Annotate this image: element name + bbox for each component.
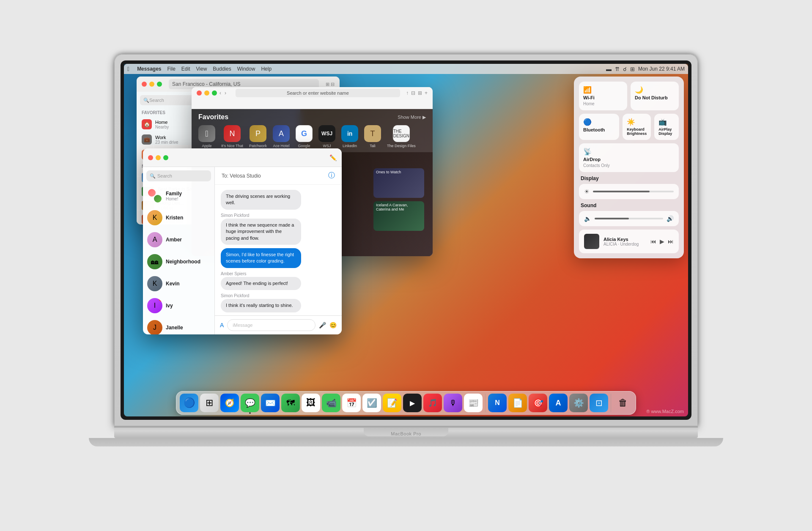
dock-finder[interactable]: 🔵	[180, 394, 198, 412]
fav-nice-that[interactable]: N It's Nice That	[221, 125, 243, 148]
contact-ivy-text: Ivy	[166, 303, 210, 309]
safari-video-thumb-2[interactable]: Iceland A Caravan, Caterina and Me	[373, 201, 424, 231]
safari-close-button[interactable]	[197, 90, 202, 96]
safari-sidebar-icon[interactable]: ⊟	[411, 90, 415, 96]
contact-neighborhood[interactable]: 🏘 Neighborhood	[143, 251, 214, 273]
menubar-buddies[interactable]: Buddies	[213, 66, 231, 72]
messages-audio-icon[interactable]: 🎤	[319, 322, 326, 328]
messages-compose-icon[interactable]: ✏️	[329, 154, 337, 161]
menubar-help[interactable]: Help	[261, 66, 272, 72]
safari-tabs-icon[interactable]: ⊞	[418, 90, 422, 96]
safari-fullscreen-button[interactable]	[212, 90, 217, 96]
dock-trash[interactable]: 🗑	[614, 394, 632, 412]
cc-display-slider[interactable]: ☀	[579, 184, 679, 199]
safari-share-icon[interactable]: ↑	[406, 90, 409, 96]
fav-patchwork[interactable]: P Patchwork	[249, 125, 267, 148]
msg-bubble-1: The driving scenes are working well.	[221, 190, 301, 210]
dock-calendar[interactable]: 📅	[342, 394, 361, 412]
safari-show-more[interactable]: Show More ▶	[398, 115, 426, 120]
media-play-icon[interactable]: ▶	[660, 238, 664, 245]
cc-sound-slider-track[interactable]	[595, 218, 663, 219]
menubar-file[interactable]: File	[167, 66, 176, 72]
menubar-app-name[interactable]: Messages	[137, 66, 161, 72]
dock-facetime[interactable]: 📹	[322, 394, 340, 412]
safari-url-bar[interactable]: Search or enter website name	[236, 89, 400, 97]
messages-fullscreen-button[interactable]	[163, 155, 168, 160]
fav-google[interactable]: G Google	[296, 125, 313, 148]
cc-bluetooth-tile[interactable]: 🔵 Bluetooth	[579, 114, 619, 140]
contact-kristen[interactable]: K Kristen	[143, 207, 214, 229]
safari-minimize-button[interactable]	[204, 90, 209, 96]
menubar-view[interactable]: View	[196, 66, 207, 72]
cc-wifi-tile[interactable]: 📶 Wi-Fi Home	[579, 82, 627, 110]
maps-work-icon: 💼	[142, 134, 152, 145]
safari-plus-icon[interactable]: +	[425, 90, 428, 96]
contact-amber-name: Amber	[166, 237, 210, 243]
cc-sound-slider[interactable]: 🔈 🔊	[579, 211, 679, 226]
messages-emoji-icon[interactable]: 😊	[329, 322, 337, 328]
fav-tali[interactable]: T Tali	[364, 125, 381, 148]
maps-controls-icon: ⊞ ⊟	[326, 82, 335, 87]
messages-apps-icon[interactable]: A	[220, 322, 224, 328]
maps-fullscreen-button[interactable]	[157, 82, 162, 87]
dock-messages[interactable]: 💬	[241, 394, 259, 412]
cc-display-slider-track[interactable]	[593, 191, 674, 192]
search-icon[interactable]: ☌	[623, 66, 627, 72]
menubar-edit[interactable]: Edit	[181, 66, 190, 72]
fav-linkedin-icon: in	[341, 125, 358, 142]
messages-minimize-button[interactable]	[156, 155, 161, 160]
keyboard-brightness-icon: ☀️	[627, 118, 647, 126]
menubar-window[interactable]: Window	[237, 66, 255, 72]
safari-icon: 🧭	[225, 398, 234, 408]
messages-search[interactable]: 🔍 Search	[146, 170, 211, 181]
dock-podcasts[interactable]: 🎙	[444, 394, 462, 412]
fav-linkedin[interactable]: in LinkedIn	[341, 125, 358, 148]
safari-forward-icon[interactable]: ›	[225, 90, 226, 96]
contact-janelle-text: Janelle	[166, 325, 210, 331]
contact-amber[interactable]: A Amber	[143, 229, 214, 251]
dock-numbers[interactable]: N	[488, 394, 507, 412]
dock-maps[interactable]: 🗺	[281, 394, 300, 412]
fav-design[interactable]: THEDESIGN The Design Files	[387, 125, 416, 148]
dock-reminders[interactable]: ☑️	[362, 394, 381, 412]
contact-family[interactable]: Family Home!	[143, 185, 214, 207]
maps-work-text: Work 23 min drive	[155, 135, 178, 145]
fav-wsj[interactable]: WSJ WSJ	[318, 125, 335, 148]
dock-appletv[interactable]: ▶	[403, 394, 422, 412]
contact-kevin[interactable]: K Kevin	[143, 273, 214, 295]
dock-systemprefs[interactable]: ⚙️	[569, 394, 588, 412]
fav-ace[interactable]: A Ace Hotel	[273, 125, 290, 148]
dock-news[interactable]: 📰	[464, 394, 483, 412]
dock-music[interactable]: 🎵	[423, 394, 442, 412]
dock-mail[interactable]: ✉️	[261, 394, 280, 412]
dock-appstore[interactable]: A	[549, 394, 568, 412]
chat-info-icon[interactable]: ⓘ	[328, 171, 335, 180]
messages-input[interactable]: iMessage	[227, 319, 315, 331]
fav-apple[interactable]:  Apple	[198, 125, 215, 148]
maps-minimize-button[interactable]	[149, 82, 154, 87]
safari-video-thumb-1-label: Ones to Watch	[373, 168, 424, 176]
dock-launchpad[interactable]: ⊞	[200, 394, 219, 412]
messages-close-button[interactable]	[148, 155, 153, 160]
maps-close-button[interactable]	[142, 82, 147, 87]
cc-dnd-tile[interactable]: 🌙 Do Not Disturb	[631, 82, 679, 110]
cc-keyboard-brightness-tile[interactable]: ☀️ Keyboard Brightness	[623, 114, 651, 140]
contact-janelle[interactable]: J Janelle	[143, 317, 214, 334]
msg-bubble-5: I think it's really starting to shine.	[221, 299, 301, 312]
dock-photos[interactable]: 🖼	[302, 394, 320, 412]
dock-keynote[interactable]: 🎯	[529, 394, 547, 412]
dock-safari[interactable]: 🧭	[220, 394, 239, 412]
media-next-icon[interactable]: ⏭	[668, 238, 674, 245]
cc-airdrop-tile[interactable]: 📡 AirDrop Contacts Only	[579, 143, 679, 172]
fav-tali-label: Tali	[370, 144, 376, 148]
safari-video-thumb-1[interactable]: Ones to Watch	[373, 168, 424, 198]
msg-sender-amber: Amber Spiers	[221, 271, 336, 276]
safari-back-icon[interactable]: ‹	[219, 90, 221, 96]
dock-pages[interactable]: 📄	[508, 394, 527, 412]
contact-ivy[interactable]: I ❤️ Ivy	[143, 295, 214, 317]
media-prev-icon[interactable]: ⏮	[650, 238, 656, 245]
cc-airplay-tile[interactable]: 📺 AirPlay Display	[654, 114, 679, 140]
dock-windowmanager[interactable]: ⊡	[590, 394, 608, 412]
control-center-icon[interactable]: ⊞	[630, 66, 635, 72]
dock-notes[interactable]: 📝	[383, 394, 401, 412]
